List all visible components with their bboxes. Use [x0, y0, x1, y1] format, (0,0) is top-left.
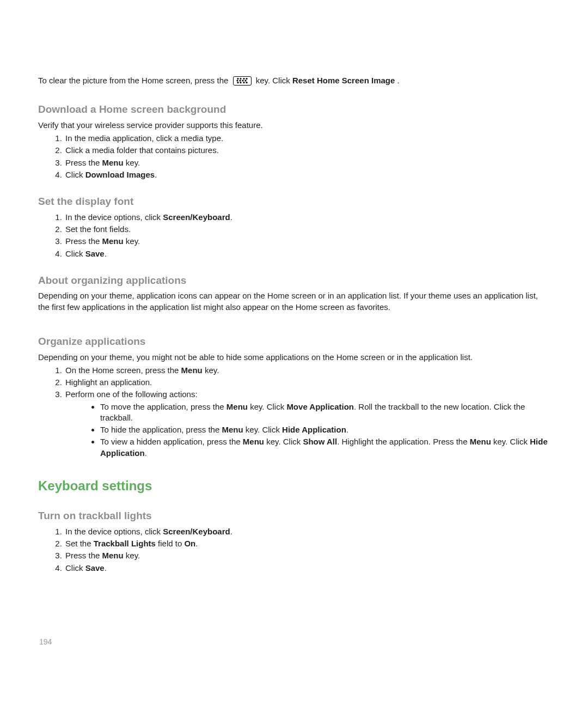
heading-trackball-lights: Turn on trackball lights: [38, 509, 550, 523]
svg-point-9: [244, 80, 246, 81]
list-item: Click Download Images.: [64, 169, 550, 180]
svg-point-3: [239, 80, 241, 81]
organize-lead: Depending on your theme, you might not b…: [38, 352, 550, 363]
intro-bold: Reset Home Screen Image: [292, 76, 395, 85]
list-item: Set the Trackball Lights field to On.: [64, 538, 550, 549]
svg-point-7: [243, 78, 244, 80]
list-item: In the media application, click a media …: [64, 133, 550, 144]
trackball-steps: In the device options, click Screen/Keyb…: [38, 526, 550, 574]
heading-about-organizing: About organizing applications: [38, 273, 550, 288]
svg-point-6: [240, 82, 241, 83]
heading-set-font: Set the display font: [38, 194, 550, 209]
list-item: To move the application, press the Menu …: [100, 401, 550, 424]
intro-pre: To clear the picture from the Home scree…: [38, 76, 231, 85]
list-item: On the Home screen, press the Menu key.: [64, 365, 550, 376]
download-steps: In the media application, click a media …: [38, 133, 550, 180]
list-item: Press the Menu key.: [64, 550, 550, 561]
intro-post-key: key. Click: [256, 76, 292, 85]
svg-point-10: [243, 82, 244, 83]
list-item: Highlight an application.: [64, 377, 550, 388]
list-item: To hide the application, press the Menu …: [100, 424, 550, 435]
svg-point-4: [242, 80, 243, 81]
list-item: Click a media folder that contains pictu…: [64, 145, 550, 156]
svg-point-8: [246, 78, 247, 80]
list-item: Click Save.: [64, 563, 550, 574]
download-lead: Verify that your wireless service provid…: [38, 120, 550, 131]
svg-point-1: [240, 78, 241, 80]
font-steps: In the device options, click Screen/Keyb…: [38, 212, 550, 259]
blackberry-menu-key-icon: blackberry-menu-key: [233, 76, 252, 86]
list-item: Set the font fields.: [64, 224, 550, 235]
list-item: In the device options, click Screen/Keyb…: [64, 526, 550, 537]
intro-end: .: [397, 76, 400, 85]
svg-point-0: [237, 78, 238, 80]
page-number: 194: [39, 637, 52, 647]
intro-line: To clear the picture from the Home scree…: [38, 75, 550, 86]
svg-point-5: [237, 82, 238, 83]
list-item: Perform one of the following actions: To…: [64, 389, 550, 459]
list-item: In the device options, click Screen/Keyb…: [64, 212, 550, 223]
svg-point-11: [246, 82, 247, 83]
heading-organize-apps: Organize applications: [38, 334, 550, 349]
list-item: Click Save.: [64, 248, 550, 259]
heading-download-bg: Download a Home screen background: [38, 102, 550, 117]
heading-keyboard-settings: Keyboard settings: [38, 477, 550, 495]
organize-steps: On the Home screen, press the Menu key. …: [38, 365, 550, 459]
organize-actions: To move the application, press the Menu …: [65, 401, 550, 459]
list-item: To view a hidden application, press the …: [100, 436, 550, 459]
about-paragraph: Depending on your theme, application ico…: [38, 290, 550, 313]
document-page: To clear the picture from the Home scree…: [0, 0, 588, 706]
list-item: Press the Menu key.: [64, 236, 550, 247]
svg-point-2: [236, 80, 238, 81]
list-item: Press the Menu key.: [64, 157, 550, 168]
